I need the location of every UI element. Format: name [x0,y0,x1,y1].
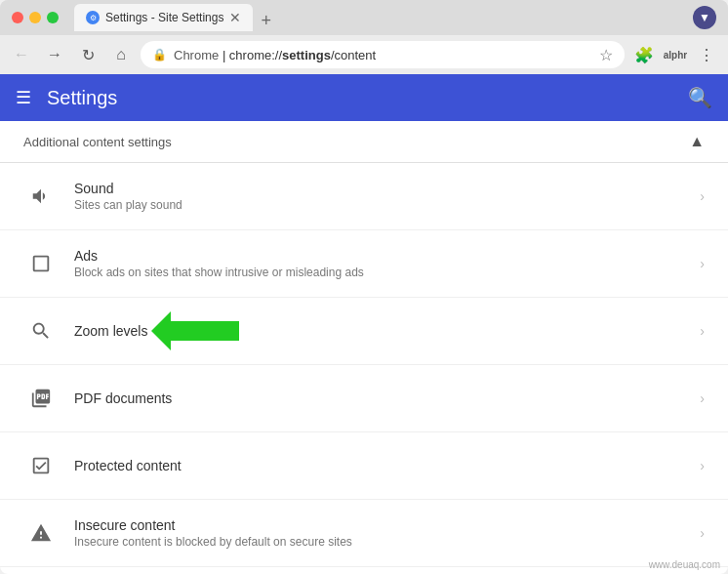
ads-item[interactable]: Ads Block ads on sites that show intrusi… [0,230,728,298]
zoom-chevron: › [700,323,705,339]
menu-icon[interactable]: ⋮ [693,41,720,68]
address-bar-row: ← → ↻ ⌂ 🔒 Chrome | chrome://settings/con… [0,35,728,74]
protected-content-item[interactable]: Protected content › [0,432,728,500]
tab-favicon: ⚙ [86,11,100,24]
window-action-button[interactable]: ▼ [693,6,716,29]
forward-button[interactable]: → [41,41,68,68]
lock-icon: 🔒 [152,48,166,62]
zoom-icon [23,313,59,348]
settings-search-button[interactable]: 🔍 [688,86,712,109]
tab-bar: ⚙ Settings - Site Settings ✕ + [74,4,685,31]
tab-close-button[interactable]: ✕ [229,10,241,25]
window-frame: ⚙ Settings - Site Settings ✕ + ▼ ← → ↻ ⌂… [0,0,728,574]
settings-page-title: Settings [47,87,688,109]
pdf-chevron: › [700,390,705,406]
ads-chevron: › [700,256,705,271]
protected-content-text: Protected content [74,458,692,473]
back-button[interactable]: ← [8,41,35,68]
profile-label[interactable]: alphr [662,41,689,68]
title-bar: ⚙ Settings - Site Settings ✕ + ▼ [0,0,728,35]
new-tab-button[interactable]: + [261,11,271,31]
svg-marker-0 [151,311,239,350]
hamburger-menu-button[interactable]: ☰ [16,87,31,108]
section-title: Additional content settings [23,135,689,149]
pdf-documents-text: PDF documents [74,390,692,406]
pdf-documents-item[interactable]: PDF documents › [0,365,728,432]
address-text: Chrome | chrome://settings/content [174,48,376,62]
sound-item[interactable]: Sound Sites can play sound › [0,163,728,230]
protected-content-title: Protected content [74,458,692,473]
pdf-icon [23,381,59,416]
pdf-documents-title: PDF documents [74,390,692,406]
address-actions: ☆ [599,46,613,64]
watermark: www.deuaq.com [649,559,720,570]
sound-chevron: › [700,188,705,204]
sound-icon [23,179,59,214]
warning-icon [23,515,59,551]
ads-subtitle: Block ads on sites that show intrusive o… [74,266,692,279]
insecure-content-item[interactable]: Insecure content Insecure content is blo… [0,500,728,567]
collapse-button[interactable]: ▲ [689,133,705,150]
address-bar[interactable]: 🔒 Chrome | chrome://settings/content ☆ [141,41,625,68]
minimize-button[interactable] [29,12,41,23]
traffic-lights [12,12,59,23]
content-area: Additional content settings ▲ Sound Site… [0,121,728,574]
browser-actions: 🧩 alphr ⋮ [630,41,720,68]
insecure-content-chevron: › [700,525,705,541]
settings-header: ☰ Settings 🔍 [0,74,728,121]
sound-text: Sound Sites can play sound [74,181,692,212]
close-button[interactable] [12,12,23,23]
insecure-content-subtitle: Insecure content is blocked by default o… [74,535,692,549]
insecure-content-title: Insecure content [74,517,692,533]
bookmark-icon[interactable]: ☆ [599,46,613,64]
ads-title: Ads [74,248,692,264]
ads-icon [23,246,59,281]
tab-title: Settings - Site Settings [105,11,223,24]
section-header: Additional content settings ▲ [0,121,728,163]
protected-content-chevron: › [700,458,705,473]
active-tab[interactable]: ⚙ Settings - Site Settings ✕ [74,4,253,31]
insecure-content-text: Insecure content Insecure content is blo… [74,517,692,549]
home-button[interactable]: ⌂ [107,41,135,68]
green-arrow [151,311,239,350]
reload-button[interactable]: ↻ [74,41,101,68]
sound-title: Sound [74,181,692,196]
sound-subtitle: Sites can play sound [74,198,692,212]
settings-list: Sound Sites can play sound › Ads Block a… [0,163,728,567]
protected-content-icon [23,448,59,483]
ads-text: Ads Block ads on sites that show intrusi… [74,248,692,279]
extensions-icon[interactable]: 🧩 [630,41,658,68]
maximize-button[interactable] [47,12,59,23]
zoom-levels-item[interactable]: Zoom levels › [0,298,728,365]
